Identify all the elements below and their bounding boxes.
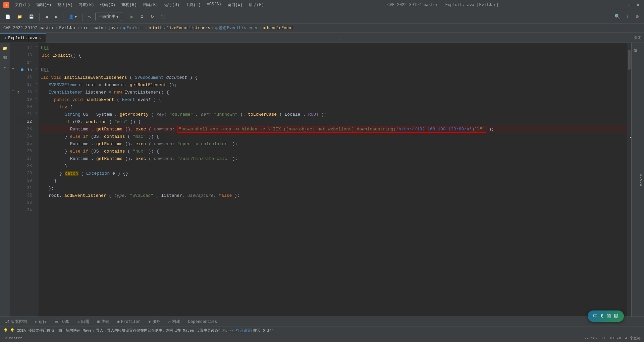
scrollbar-thumb[interactable] bbox=[628, 50, 631, 70]
breadcrumb-class[interactable]: Exploit bbox=[127, 26, 144, 31]
debug-button[interactable]: ⚙ bbox=[138, 13, 147, 20]
fold-23[interactable] bbox=[35, 124, 39, 131]
fold-31 bbox=[35, 183, 39, 190]
dependencies-button[interactable]: Dependencies bbox=[187, 319, 218, 325]
menu-code[interactable]: 代码(C) bbox=[97, 1, 118, 8]
main-content: 📁 🏗 ★ ● ↑ bbox=[0, 43, 644, 317]
bottom-toolbar: ⎇ 版本控制 ▶ 运行 ☰ TODO ⚠ 问题 ▣ 终端 ◉ Profiler … bbox=[0, 317, 644, 327]
line-ending-status[interactable]: LF bbox=[602, 336, 606, 340]
tab-close-button[interactable]: ✕ bbox=[39, 36, 42, 40]
open-button[interactable]: 📁 bbox=[14, 13, 25, 20]
gutter-line-15[interactable]: ● bbox=[10, 65, 16, 72]
menu-tools[interactable]: 工具(T) bbox=[183, 1, 204, 8]
code-line-28: } catch ( Exception e ) {} bbox=[41, 170, 627, 177]
minimize-button[interactable]: ─ bbox=[619, 2, 625, 8]
fold-15[interactable]: ▾ bbox=[35, 65, 39, 72]
breadcrumb-anon[interactable]: 匿名EventListener bbox=[219, 25, 258, 31]
window-controls[interactable]: ─ ❐ ✕ bbox=[619, 2, 641, 8]
status-bar: ⎇ master 22:162 LF UTF-8 4 个空格 bbox=[0, 334, 644, 342]
maven-panel[interactable]: Maven bbox=[638, 43, 644, 317]
build-button[interactable]: △ 构建 bbox=[167, 318, 181, 325]
vcs-button[interactable]: ⎇ 版本控制 bbox=[3, 318, 28, 325]
breadcrumb-project[interactable]: CVE-2022-39197-master bbox=[3, 26, 54, 31]
ln-33: 33 bbox=[16, 199, 35, 207]
menu-build[interactable]: 构建(B) bbox=[140, 1, 161, 8]
code-line-24: Runtime . getRuntime (). exec ( command:… bbox=[41, 140, 627, 148]
run-button[interactable]: ▶ bbox=[128, 13, 136, 20]
problems-button[interactable]: ⚠ 问题 bbox=[76, 318, 91, 325]
code-line-12: lic Exploit() { bbox=[41, 52, 627, 59]
gutter-line-30 bbox=[10, 176, 16, 183]
info-link[interactable]: // 打开设置 bbox=[229, 328, 251, 333]
favorites-icon[interactable]: ★ bbox=[1, 63, 9, 71]
fold-22 bbox=[35, 117, 39, 124]
menu-run[interactable]: 运行(U) bbox=[161, 1, 182, 8]
close-panel-label[interactable]: 关闭 bbox=[632, 44, 638, 48]
search-icon[interactable]: 🔍 bbox=[613, 13, 621, 21]
current-file-dropdown[interactable]: 当前文件 ▾ bbox=[95, 12, 122, 21]
profiler-button[interactable]: ◉ Profiler bbox=[116, 319, 142, 325]
structure-icon[interactable]: 🏗 bbox=[1, 54, 9, 62]
code-line-33 bbox=[41, 207, 627, 214]
code-line-13 bbox=[41, 59, 627, 66]
settings-icon[interactable]: ⚙ bbox=[633, 13, 641, 21]
fold-19[interactable]: ▾ bbox=[35, 95, 39, 102]
menu-window[interactable]: 窗口(W) bbox=[225, 1, 246, 8]
breadcrumb-src[interactable]: src bbox=[81, 26, 89, 31]
close-button[interactable]: ✕ bbox=[635, 2, 641, 8]
maximize-button[interactable]: ❐ bbox=[627, 2, 633, 8]
menu-refactor[interactable]: 重构(R) bbox=[119, 1, 140, 8]
menu-view[interactable]: 视图(V) bbox=[55, 1, 75, 8]
menu-bar[interactable]: 文件(F) 编辑(E) 视图(V) 导航(N) 代码(C) 重构(R) 构建(B… bbox=[12, 1, 267, 8]
maven-label[interactable]: Maven bbox=[639, 173, 643, 186]
todo-label: TODO bbox=[60, 320, 69, 324]
ln-12: 12 bbox=[16, 44, 35, 52]
update-icon[interactable]: ⬆ bbox=[623, 13, 631, 21]
new-file-button[interactable]: 📄 bbox=[3, 13, 13, 20]
menu-navigate[interactable]: 导航(N) bbox=[76, 1, 97, 8]
todo-button[interactable]: ☰ TODO bbox=[53, 319, 71, 325]
tab-exploit-java[interactable]: J Exploit.java ✕ bbox=[0, 33, 46, 43]
fold-17[interactable]: ▾ bbox=[35, 80, 39, 87]
fold-12[interactable]: ▾ bbox=[35, 43, 39, 50]
line-ending-label: LF bbox=[602, 336, 606, 340]
forward-button[interactable]: ▶ bbox=[52, 13, 60, 20]
fold-18[interactable]: ▾ bbox=[35, 87, 39, 95]
git-status[interactable]: ⎇ master bbox=[3, 336, 22, 340]
encoding-status[interactable]: UTF-8 bbox=[610, 336, 621, 340]
reload-button[interactable]: ↻ bbox=[148, 13, 157, 20]
breadcrumb-module[interactable]: EvilJar bbox=[59, 26, 76, 31]
close-panel-button[interactable]: 关闭 bbox=[634, 35, 641, 40]
services-button[interactable]: ◈ 服务 bbox=[147, 318, 161, 325]
back-button[interactable]: ◀ bbox=[42, 13, 51, 20]
menu-file[interactable]: 文件(F) bbox=[12, 1, 33, 8]
run-tool-button[interactable]: ▶ 运行 bbox=[34, 318, 48, 325]
stop-button[interactable]: ⬛ bbox=[158, 13, 168, 20]
breadcrumb-java[interactable]: java bbox=[108, 26, 118, 31]
position-status[interactable]: 22:162 bbox=[584, 336, 598, 340]
fold-24 bbox=[35, 131, 39, 139]
menu-help[interactable]: 帮助(H) bbox=[246, 1, 267, 8]
indent-status[interactable]: 4 个空格 bbox=[625, 336, 641, 341]
menu-vcs[interactable]: VCS(S) bbox=[204, 1, 224, 8]
status-right: 22:162 LF UTF-8 4 个空格 bbox=[584, 336, 641, 341]
code-line-19: try { bbox=[41, 103, 627, 111]
save-button[interactable]: 💾 bbox=[26, 13, 37, 20]
breadcrumb-method2[interactable]: handleEvent bbox=[267, 26, 293, 31]
ln-18: ↑ 18 bbox=[16, 89, 35, 96]
terminal-button[interactable]: ▣ 终端 bbox=[96, 318, 110, 325]
tab-more-button[interactable]: ⋮ bbox=[335, 33, 345, 43]
editor-scrollbar[interactable] bbox=[627, 43, 631, 317]
menu-edit[interactable]: 编辑(E) bbox=[34, 1, 54, 8]
floating-input-button[interactable]: 中 € 简 键 bbox=[588, 310, 624, 322]
recent-files-button[interactable]: 👤 ▾ bbox=[66, 13, 79, 20]
fold-21[interactable]: ▾ bbox=[35, 109, 39, 117]
project-icon[interactable]: 📁 bbox=[1, 44, 9, 52]
breadcrumb-method1[interactable]: initializeEventListeners bbox=[152, 26, 210, 31]
code-line-31: root. addEventListener ( type: "SVGLoad"… bbox=[41, 192, 627, 199]
code-content[interactable]: 用法 lic Exploit() { 用法 lic void initializ… bbox=[39, 43, 627, 317]
cursor-button[interactable]: ↖ bbox=[85, 13, 94, 20]
breadcrumb-main[interactable]: main bbox=[94, 26, 103, 31]
gutter-line-18: ↑ bbox=[10, 87, 16, 95]
fold-25[interactable] bbox=[35, 139, 39, 146]
